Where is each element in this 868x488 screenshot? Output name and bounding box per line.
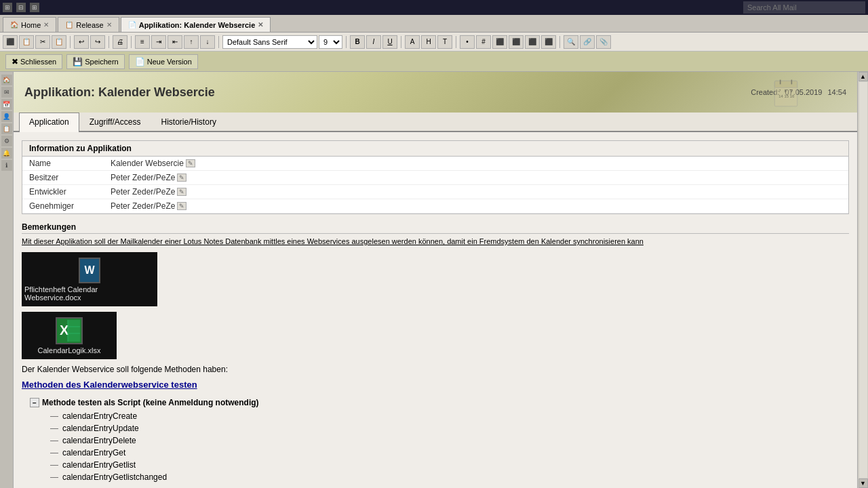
collapse-button[interactable]: −: [30, 398, 39, 407]
method-group-1: − Methode testen als Script (keine Anmel…: [30, 398, 841, 483]
attachment-word[interactable]: W Pflichtenheft Calendar Webservice.docx: [22, 252, 157, 306]
svg-text:15: 15: [785, 94, 789, 98]
info-section-title: Information zu Applikation: [22, 141, 848, 157]
save-icon: 💾: [73, 57, 83, 66]
method-name-4[interactable]: calendarEntryGet: [62, 448, 125, 458]
sidebar-item-tasks[interactable]: 📋: [1, 123, 12, 134]
size-selector[interactable]: 9: [319, 35, 342, 49]
method-item-2: — calendarEntryUpdate: [30, 422, 841, 434]
value-besitzer: Peter Zeder/PeZe ✎: [111, 173, 186, 182]
tb-list[interactable]: ≡: [135, 35, 150, 49]
value-entwickler: Peter Zeder/PeZe ✎: [111, 187, 186, 197]
edit-besitzer-icon[interactable]: ✎: [177, 174, 186, 182]
method-name-5[interactable]: calendarEntryGetlist: [62, 460, 136, 470]
search-input[interactable]: [743, 1, 865, 14]
scroll-down-button[interactable]: ▼: [859, 479, 868, 488]
tb-align-right[interactable]: ⬛: [525, 35, 540, 49]
tab-home-close[interactable]: ✕: [43, 21, 49, 28]
svg-text:8: 8: [785, 89, 787, 93]
label-besitzer: Besitzer: [29, 173, 111, 182]
speichern-label: Speichern: [85, 58, 119, 66]
tb-color[interactable]: H: [421, 35, 436, 49]
document-header: Applikation: Kalender Websercie 7 8 9 14…: [14, 72, 857, 113]
tab-historie[interactable]: Historie/History: [151, 113, 226, 131]
menu-icon[interactable]: ⊞: [30, 3, 39, 12]
apps-icon[interactable]: ⊟: [16, 3, 26, 12]
tb-btn-1[interactable]: ⬛: [3, 35, 18, 49]
tab-release-close[interactable]: ✕: [106, 21, 112, 28]
remarks-text: Mit dieser Applikation soll der Mailkale…: [22, 237, 849, 247]
release-icon: 📋: [65, 21, 73, 28]
info-section: Information zu Applikation Name Kalender…: [22, 140, 849, 214]
excel-filename: CalendarLogik.xlsx: [38, 346, 101, 354]
tab-bar: 🏠 Home ✕ 📋 Release ✕ 📄 Applikation: Kale…: [0, 15, 868, 33]
tb-highlight[interactable]: A: [405, 35, 420, 49]
tb-numbers[interactable]: #: [476, 35, 491, 49]
sidebar-item-mail[interactable]: ✉: [1, 87, 12, 98]
method-item-3: — calendarEntryDelete: [30, 434, 841, 447]
method-group-header: − Methode testen als Script (keine Anmel…: [30, 398, 841, 407]
sidebar-item-home[interactable]: 🏠: [1, 75, 12, 85]
tb-link[interactable]: 🔗: [580, 35, 595, 49]
method-name-6[interactable]: calendarEntryGetlistchanged: [62, 472, 167, 482]
neue-version-button[interactable]: 📄 Neue Version: [129, 54, 198, 69]
sidebar-item-settings[interactable]: ⚙: [1, 136, 12, 146]
method-name-2[interactable]: calendarEntryUpdate: [62, 424, 139, 433]
tb-outdent[interactable]: ⇤: [167, 35, 182, 49]
grid-icon[interactable]: ⊞: [3, 3, 12, 12]
scroll-up-button[interactable]: ▲: [859, 72, 868, 81]
scroll-track[interactable]: [859, 82, 867, 478]
method-name-3[interactable]: calendarEntryDelete: [62, 436, 136, 445]
tb-btn-4[interactable]: 📋: [52, 35, 66, 49]
schliessen-label: Schliessen: [20, 58, 56, 66]
font-selector[interactable]: Default Sans Serif: [222, 35, 317, 49]
close-icon: ✖: [12, 57, 18, 66]
tb-btn-3[interactable]: ✂: [35, 35, 50, 49]
tb-align-center[interactable]: ⬛: [509, 35, 524, 49]
sidebar-item-info[interactable]: ℹ: [1, 160, 12, 171]
tab-home[interactable]: 🏠 Home ✕: [3, 17, 56, 32]
tb-bold[interactable]: B: [350, 35, 365, 49]
tb-justify[interactable]: ⬛: [541, 35, 556, 49]
edit-entwickler-icon[interactable]: ✎: [177, 188, 186, 196]
action-bar: ✖ Schliessen 💾 Speichern 📄 Neue Version: [0, 52, 868, 72]
method-link[interactable]: Methoden des Kalenderwebservice testen: [22, 380, 849, 390]
edit-genehmiger-icon[interactable]: ✎: [177, 202, 186, 210]
tb-underline[interactable]: U: [382, 35, 397, 49]
new-version-icon: 📄: [135, 57, 145, 66]
tb-redo[interactable]: ↪: [90, 35, 105, 49]
tb-btn-2[interactable]: 📋: [19, 35, 34, 49]
tb-up[interactable]: ↑: [184, 35, 199, 49]
sidebar-item-contacts[interactable]: 👤: [1, 111, 12, 122]
tb-down[interactable]: ↓: [200, 35, 215, 49]
tab-zugriff[interactable]: Zugriff/Access: [79, 113, 151, 131]
tab-release[interactable]: 📋 Release ✕: [58, 17, 119, 32]
toolbar-sep-5: [346, 36, 347, 48]
sidebar-item-calendar[interactable]: 📅: [1, 99, 12, 110]
speichern-button[interactable]: 💾 Speichern: [66, 54, 125, 69]
svg-text:9: 9: [790, 89, 792, 93]
dash-5: —: [50, 460, 58, 470]
tb-attach[interactable]: 📎: [596, 35, 611, 49]
value-name: Kalender Websercie ✎: [111, 159, 195, 168]
tab-applikation[interactable]: 📄 Applikation: Kalender Websercie ✕: [121, 17, 271, 32]
tab-applikation-close[interactable]: ✕: [258, 21, 263, 28]
tab-application[interactable]: Application: [19, 113, 79, 132]
tb-indent[interactable]: ⇥: [151, 35, 166, 49]
method-item-4: — calendarEntryGet: [30, 447, 841, 459]
edit-name-icon[interactable]: ✎: [186, 159, 195, 167]
tb-search[interactable]: 🔍: [564, 35, 578, 49]
schliessen-button[interactable]: ✖ Schliessen: [5, 54, 62, 69]
attachment-excel[interactable]: X CalendarLogik.xlsx: [22, 312, 117, 359]
tb-print[interactable]: 🖨: [113, 35, 127, 49]
method-group-title: Methode testen als Script (keine Anmeldu…: [42, 398, 259, 407]
tb-italic[interactable]: I: [366, 35, 381, 49]
sidebar-item-notifications[interactable]: 🔔: [1, 148, 12, 159]
method-name-1[interactable]: calendarEntryCreate: [62, 411, 137, 421]
tb-bullets[interactable]: •: [460, 35, 475, 49]
tb-table[interactable]: T: [437, 35, 452, 49]
created-time: 14:54: [827, 88, 846, 96]
tb-align-left[interactable]: ⬛: [492, 35, 507, 49]
tb-undo[interactable]: ↩: [74, 35, 89, 49]
dash-1: —: [50, 411, 58, 421]
